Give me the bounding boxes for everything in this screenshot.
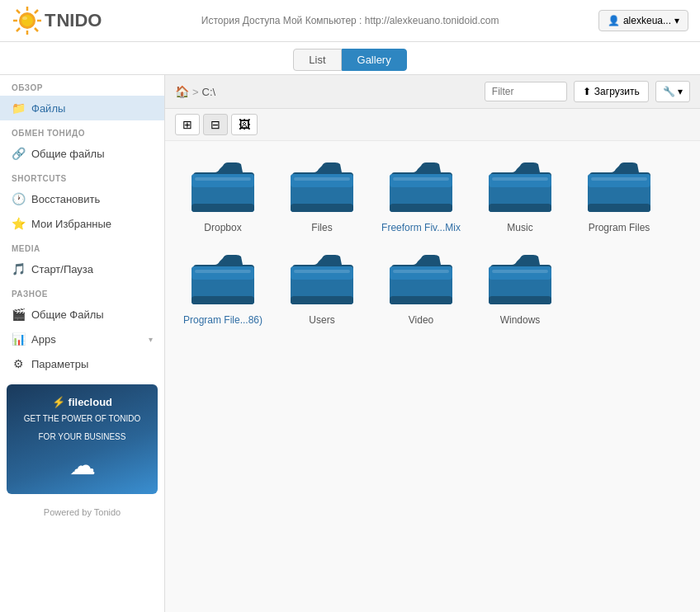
svg-rect-29 — [591, 177, 647, 181]
folder-name-label: Users — [309, 314, 334, 326]
user-icon: 👤 — [608, 15, 620, 26]
sidebar-item-files[interactable]: 📁 Файлы — [0, 96, 164, 120]
banner-text-line2: FOR YOUR BUSINESS — [15, 431, 149, 443]
media-label: Старт/Пауза — [31, 263, 93, 275]
sidebar-item-apps[interactable]: 📊 Apps ▾ — [0, 327, 164, 351]
folder-name-label: Program File...86) — [183, 314, 262, 326]
section-overview-label: ОБЗОР — [0, 75, 164, 96]
folder-icon-graphic — [388, 250, 454, 309]
folder-name-label: Program Files — [589, 222, 650, 233]
folder-item[interactable]: Music — [479, 158, 561, 233]
home-icon[interactable]: 🏠 — [175, 85, 189, 98]
svg-rect-17 — [294, 177, 350, 181]
folder-name-label: Freeform Fiv...Mix — [381, 222, 461, 233]
video-icon: 🎬 — [12, 308, 25, 321]
files-label: Файлы — [31, 102, 65, 115]
favorites-label: Мои Избранные — [31, 218, 111, 230]
gallery-view-button[interactable]: Gallery — [342, 49, 407, 71]
svg-rect-25 — [492, 177, 548, 181]
svg-line-7 — [35, 10, 38, 13]
apps-arrow-icon: ▾ — [149, 335, 153, 344]
sidebar-item-shared2[interactable]: 🎬 Общие Файлы — [0, 302, 164, 327]
restore-icon: 🕐 — [12, 192, 25, 205]
svg-rect-42 — [390, 296, 452, 304]
folder-icon-graphic — [388, 158, 454, 217]
section-misc-label: РАЗНОЕ — [0, 281, 164, 302]
user-label: alexkeua... — [623, 15, 671, 26]
folder-icon-graphic — [586, 158, 652, 217]
breadcrumb-path: 🏠 > C:\ — [175, 85, 478, 98]
svg-rect-38 — [291, 296, 353, 304]
folder-item[interactable]: Dropbox — [182, 158, 264, 233]
logo-text: T — [45, 10, 56, 31]
folder-name-label: Files — [311, 222, 332, 233]
folder-icon-graphic — [289, 250, 355, 309]
sidebar-banner[interactable]: ⚡ filecloud GET THE POWER OF TONIDO FOR … — [7, 384, 158, 494]
view-toggle-bar: List Gallery — [0, 42, 700, 75]
svg-point-9 — [21, 15, 33, 26]
logo-sun-icon — [12, 5, 43, 36]
image-view-button[interactable]: 🖼 — [231, 114, 258, 135]
sidebar-item-media[interactable]: 🎵 Старт/Пауза — [0, 257, 164, 281]
folder-item[interactable]: Program Files — [578, 158, 660, 233]
folder-icon-graphic — [487, 250, 553, 309]
wrench-icon: 🔧 — [663, 86, 675, 97]
folder-name-label: Windows — [500, 314, 541, 326]
svg-line-6 — [35, 28, 38, 31]
gallery-grid: DropboxFilesFreeform Fiv...MixMusicProgr… — [165, 141, 700, 342]
dropdown-icon: ▾ — [674, 15, 679, 26]
filter-input[interactable] — [485, 82, 567, 101]
section-media-label: MEDIA — [0, 236, 164, 257]
star-icon: ⭐ — [12, 217, 25, 230]
logo-text2: NIDO — [56, 10, 102, 31]
large-grid-view-button[interactable]: ⊞ — [175, 114, 200, 135]
svg-rect-46 — [489, 296, 551, 304]
content-area: 🏠 > C:\ ⬆ Загрузить 🔧 ▾ ⊞ ⊟ 🖼 — [165, 75, 700, 612]
path-separator: > — [192, 86, 199, 98]
current-path: C:\ — [202, 86, 216, 98]
svg-rect-30 — [588, 204, 650, 212]
svg-rect-21 — [393, 177, 449, 181]
logo: T NIDO — [12, 5, 102, 36]
svg-rect-34 — [192, 296, 254, 304]
folder-icon-graphic — [190, 250, 256, 309]
share-icon: 🔗 — [12, 147, 25, 160]
folder-item[interactable]: Program File...86) — [182, 250, 264, 326]
folder-item[interactable]: Windows — [479, 250, 561, 326]
music-icon: 🎵 — [12, 262, 25, 275]
upload-icon: ⬆ — [583, 86, 591, 97]
section-exchange-label: ОБМЕН ТОНИДО — [0, 120, 164, 141]
folder-icon-graphic — [190, 158, 256, 217]
sidebar-item-favorites[interactable]: ⭐ Мои Избранные — [0, 211, 164, 236]
folder-name-label: Music — [507, 222, 532, 233]
svg-line-8 — [17, 28, 20, 31]
svg-rect-14 — [192, 204, 254, 212]
shared-files-label: Общие файлы — [31, 148, 104, 160]
user-menu-button[interactable]: 👤 alexkeua... ▾ — [598, 10, 688, 31]
section-shortcuts-label: SHORTCUTS — [0, 166, 164, 186]
shared-files2-label: Общие Файлы — [31, 308, 104, 321]
svg-rect-41 — [393, 270, 449, 273]
tools-button[interactable]: 🔧 ▾ — [655, 81, 690, 102]
svg-rect-13 — [195, 177, 251, 181]
gear-icon: ⚙ — [12, 357, 25, 370]
filecloud-logo: ⚡ filecloud — [15, 396, 149, 408]
sidebar-item-shared[interactable]: 🔗 Общие файлы — [0, 141, 164, 166]
folder-item[interactable]: Freeform Fiv...Mix — [380, 158, 462, 233]
apps-label: Apps — [31, 333, 56, 346]
upload-button[interactable]: ⬆ Загрузить — [574, 81, 649, 102]
sidebar-item-settings[interactable]: ⚙ Параметры — [0, 351, 164, 376]
svg-rect-33 — [195, 270, 251, 273]
folder-item[interactable]: Files — [281, 158, 363, 233]
small-grid-view-button[interactable]: ⊟ — [203, 114, 228, 135]
svg-rect-22 — [390, 204, 452, 212]
tools-arrow-icon: ▾ — [678, 86, 683, 97]
sidebar-item-restore[interactable]: 🕐 Восстановить — [0, 186, 164, 211]
folder-icon-graphic — [289, 158, 355, 217]
folder-item[interactable]: Video — [380, 250, 462, 326]
folder-icon: 📁 — [12, 101, 25, 115]
path-toolbar: 🏠 > C:\ ⬆ Загрузить 🔧 ▾ — [165, 75, 700, 109]
list-view-button[interactable]: List — [293, 49, 341, 71]
folder-item[interactable]: Users — [281, 250, 363, 326]
upload-label: Загрузить — [594, 86, 640, 97]
